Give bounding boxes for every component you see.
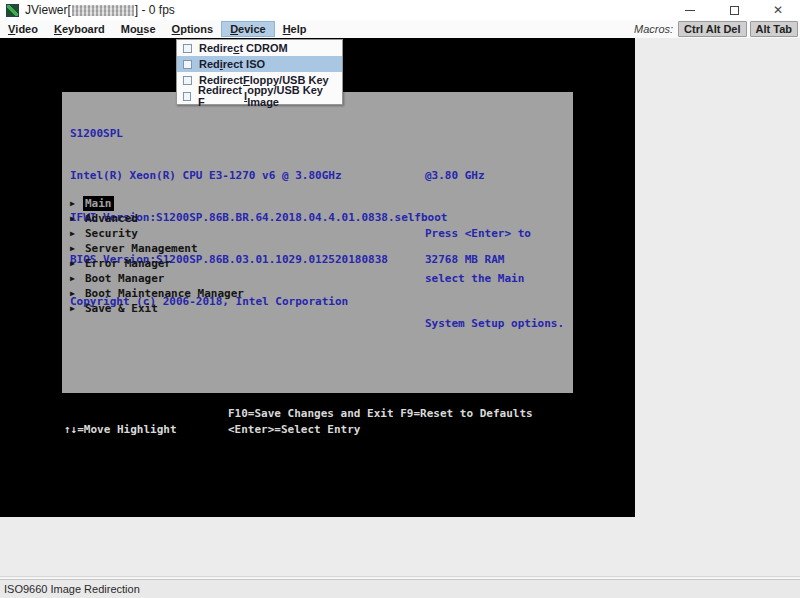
hotkey-select-entry: <Enter>=Select Entry [228,423,360,436]
ctrl-alt-del-button[interactable]: Ctrl Alt Del [678,21,746,37]
bios-menu-item-advanced[interactable]: ▶Advanced [70,211,246,226]
kvm-remote-screen[interactable]: S1200SPL Intel(R) Xeon(R) CPU E3-1270 v6… [0,38,635,517]
hotkey-save-reset: F10=Save Changes and Exit F9=Reset to De… [228,407,533,420]
menu-arrow-icon: ▶ [70,256,83,271]
app-icon [6,4,19,17]
menu-device[interactable]: Device [221,21,274,37]
menu-item-redirect-floppy-usb-key-image[interactable]: Redirect Floppy/USB Key Image [177,88,342,104]
bios-menu-item-security[interactable]: ▶Security [70,226,246,241]
window-title: JViewer[] - 0 fps [25,3,175,17]
redacted-host-address [72,5,134,16]
close-icon: ✕ [773,3,783,17]
menu-arrow-icon: ▶ [70,211,83,226]
status-bar: ISO9660 Image Redirection [0,579,800,598]
checkbox-icon [183,92,191,101]
bios-board-line: S1200SPL [70,126,448,142]
title-bar: JViewer[] - 0 fps ✕ [0,0,800,20]
macros-area: Macros: Ctrl Alt Del Alt Tab [634,21,800,37]
maximize-icon [730,6,739,15]
window-controls: ✕ [668,0,800,20]
checkbox-icon [183,44,192,53]
window-title-suffix: ] - 0 fps [135,3,175,17]
checkbox-icon [183,60,192,69]
menu-options[interactable]: Options [164,21,222,37]
menu-keyboard[interactable]: Keyboard [46,21,113,37]
menu-bar: Video Keyboard Mouse Options Device Help… [0,20,800,38]
menu-arrow-icon: ▶ [70,301,83,316]
bios-help-text: Press <Enter> to select the Main System … [425,196,564,361]
minimize-icon [685,10,695,11]
hotkey-move-highlight: ↑↓=Move Highlight [64,423,177,436]
status-text: ISO9660 Image Redirection [4,583,140,595]
bios-menu-item-main[interactable]: ▶Main [70,196,246,211]
menu-arrow-icon: ▶ [70,271,83,286]
menu-arrow-icon: ▶ [70,226,83,241]
device-dropdown-menu: Redirect CDROM Redirect ISO Redirect Flo… [176,39,343,105]
alt-tab-button[interactable]: Alt Tab [750,21,798,37]
menu-video[interactable]: Video [0,21,46,37]
minimize-button[interactable] [668,0,712,20]
checkbox-icon [183,76,192,85]
menu-item-redirect-iso[interactable]: Redirect ISO [177,56,342,72]
bios-menu-item-error-manager[interactable]: ▶Error Manager [70,256,246,271]
bios-menu-item-boot-maintenance-manager[interactable]: ▶Boot Maintenance Manager [70,286,246,301]
bios-cpu-line: Intel(R) Xeon(R) CPU E3-1270 v6 @ 3.80GH… [70,168,448,184]
bios-setup-screen: S1200SPL Intel(R) Xeon(R) CPU E3-1270 v6… [62,92,573,393]
bios-menu: ▶Main ▶Advanced ▶Security ▶Server Manage… [70,196,246,316]
menu-arrow-icon: ▶ [70,286,83,301]
menu-arrow-icon: ▶ [70,196,83,211]
close-button[interactable]: ✕ [756,0,800,20]
window-title-prefix: JViewer[ [25,3,71,17]
maximize-button[interactable] [712,0,756,20]
menu-item-redirect-cdrom[interactable]: Redirect CDROM [177,40,342,56]
bios-menu-item-server-management[interactable]: ▶Server Management [70,241,246,256]
menu-help[interactable]: Help [275,21,315,37]
bios-cpu-speed: @3.80 GHz [425,168,485,184]
menu-mouse[interactable]: Mouse [113,21,164,37]
menu-arrow-icon: ▶ [70,241,83,256]
bios-menu-item-save-exit[interactable]: ▶Save & Exit [70,301,246,316]
bios-menu-item-boot-manager[interactable]: ▶Boot Manager [70,271,246,286]
macros-label: Macros: [634,23,673,35]
